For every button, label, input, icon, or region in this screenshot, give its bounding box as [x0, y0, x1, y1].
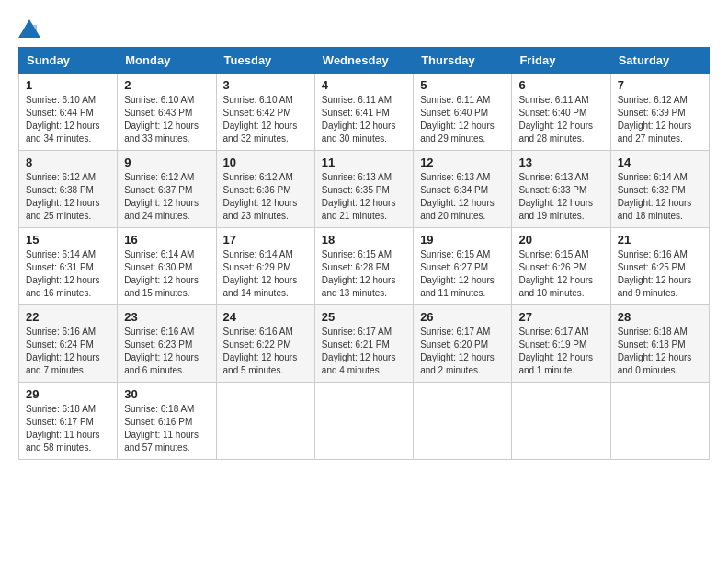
day-info: Sunrise: 6:18 AMSunset: 6:16 PMDaylight:…: [124, 403, 209, 454]
calendar-cell: 5Sunrise: 6:11 AMSunset: 6:40 PMDaylight…: [414, 74, 512, 151]
day-number: 9: [124, 155, 209, 169]
calendar-cell: 6Sunrise: 6:11 AMSunset: 6:40 PMDaylight…: [512, 74, 610, 151]
calendar-cell: 18Sunrise: 6:15 AMSunset: 6:28 PMDayligh…: [314, 228, 413, 305]
day-number: 16: [124, 233, 209, 247]
day-info: Sunrise: 6:13 AMSunset: 6:35 PMDaylight:…: [322, 171, 406, 223]
calendar-cell: 2Sunrise: 6:10 AMSunset: 6:43 PMDaylight…: [118, 74, 216, 151]
day-number: 8: [26, 155, 110, 169]
calendar-cell: 26Sunrise: 6:17 AMSunset: 6:20 PMDayligh…: [414, 305, 512, 383]
svg-marker-1: [26, 25, 37, 38]
calendar-cell: 22Sunrise: 6:16 AMSunset: 6:24 PMDayligh…: [19, 305, 118, 383]
day-info: Sunrise: 6:14 AMSunset: 6:31 PMDaylight:…: [26, 248, 110, 300]
calendar-week-row: 1Sunrise: 6:10 AMSunset: 6:44 PMDaylight…: [19, 74, 710, 151]
calendar-cell: [610, 383, 709, 460]
day-info: Sunrise: 6:15 AMSunset: 6:28 PMDaylight:…: [322, 248, 406, 300]
day-of-week-header: Friday: [512, 48, 610, 74]
calendar-cell: 7Sunrise: 6:12 AMSunset: 6:39 PMDaylight…: [610, 74, 709, 151]
calendar-cell: 20Sunrise: 6:15 AMSunset: 6:26 PMDayligh…: [512, 228, 610, 305]
day-number: 14: [618, 155, 702, 169]
calendar-cell: 24Sunrise: 6:16 AMSunset: 6:22 PMDayligh…: [216, 305, 314, 383]
calendar-cell: 11Sunrise: 6:13 AMSunset: 6:35 PMDayligh…: [314, 151, 413, 228]
day-number: 24: [223, 310, 308, 324]
calendar-week-row: 8Sunrise: 6:12 AMSunset: 6:38 PMDaylight…: [19, 151, 710, 228]
day-info: Sunrise: 6:12 AMSunset: 6:39 PMDaylight:…: [618, 94, 702, 145]
day-info: Sunrise: 6:17 AMSunset: 6:21 PMDaylight:…: [322, 326, 406, 377]
day-info: Sunrise: 6:18 AMSunset: 6:18 PMDaylight:…: [618, 326, 702, 377]
day-number: 18: [322, 233, 406, 247]
day-number: 4: [322, 78, 406, 92]
day-number: 15: [26, 233, 110, 247]
calendar-cell: 27Sunrise: 6:17 AMSunset: 6:19 PMDayligh…: [512, 305, 610, 383]
day-number: 29: [26, 387, 110, 401]
day-number: 28: [618, 310, 702, 324]
day-of-week-header: Sunday: [19, 48, 118, 74]
calendar-cell: 16Sunrise: 6:14 AMSunset: 6:30 PMDayligh…: [118, 228, 216, 305]
calendar-week-row: 22Sunrise: 6:16 AMSunset: 6:24 PMDayligh…: [19, 305, 710, 383]
day-info: Sunrise: 6:16 AMSunset: 6:24 PMDaylight:…: [26, 326, 110, 377]
calendar-cell: 14Sunrise: 6:14 AMSunset: 6:32 PMDayligh…: [610, 151, 709, 228]
calendar-cell: 13Sunrise: 6:13 AMSunset: 6:33 PMDayligh…: [512, 151, 610, 228]
calendar-week-row: 29Sunrise: 6:18 AMSunset: 6:17 PMDayligh…: [19, 383, 710, 460]
day-number: 17: [223, 233, 308, 247]
logo-icon: [18, 19, 40, 38]
day-number: 26: [420, 310, 505, 324]
day-number: 23: [124, 310, 209, 324]
day-number: 3: [223, 78, 308, 92]
day-number: 6: [518, 78, 603, 92]
day-info: Sunrise: 6:14 AMSunset: 6:30 PMDaylight:…: [124, 248, 209, 300]
calendar-cell: [216, 383, 314, 460]
day-number: 22: [26, 310, 110, 324]
calendar-cell: 23Sunrise: 6:16 AMSunset: 6:23 PMDayligh…: [118, 305, 216, 383]
day-info: Sunrise: 6:13 AMSunset: 6:33 PMDaylight:…: [518, 171, 603, 223]
day-number: 19: [420, 233, 505, 247]
calendar-week-row: 15Sunrise: 6:14 AMSunset: 6:31 PMDayligh…: [19, 228, 710, 305]
day-of-week-header: Wednesday: [314, 48, 413, 74]
day-info: Sunrise: 6:10 AMSunset: 6:43 PMDaylight:…: [124, 94, 209, 145]
day-number: 5: [420, 78, 505, 92]
page-header: [18, 18, 710, 38]
calendar-cell: 29Sunrise: 6:18 AMSunset: 6:17 PMDayligh…: [19, 383, 118, 460]
calendar-cell: 10Sunrise: 6:12 AMSunset: 6:36 PMDayligh…: [216, 151, 314, 228]
day-number: 20: [518, 233, 603, 247]
day-info: Sunrise: 6:18 AMSunset: 6:17 PMDaylight:…: [26, 403, 110, 454]
day-info: Sunrise: 6:16 AMSunset: 6:25 PMDaylight:…: [618, 248, 702, 300]
day-info: Sunrise: 6:12 AMSunset: 6:37 PMDaylight:…: [124, 171, 209, 223]
calendar-cell: 21Sunrise: 6:16 AMSunset: 6:25 PMDayligh…: [610, 228, 709, 305]
calendar-cell: [512, 383, 610, 460]
day-of-week-header: Thursday: [414, 48, 512, 74]
day-info: Sunrise: 6:14 AMSunset: 6:29 PMDaylight:…: [223, 248, 308, 300]
day-info: Sunrise: 6:16 AMSunset: 6:23 PMDaylight:…: [124, 326, 209, 377]
calendar-cell: 8Sunrise: 6:12 AMSunset: 6:38 PMDaylight…: [19, 151, 118, 228]
day-info: Sunrise: 6:11 AMSunset: 6:40 PMDaylight:…: [518, 94, 603, 145]
calendar-cell: 28Sunrise: 6:18 AMSunset: 6:18 PMDayligh…: [610, 305, 709, 383]
calendar-cell: 12Sunrise: 6:13 AMSunset: 6:34 PMDayligh…: [414, 151, 512, 228]
day-number: 11: [322, 155, 406, 169]
day-of-week-header: Tuesday: [216, 48, 314, 74]
day-info: Sunrise: 6:16 AMSunset: 6:22 PMDaylight:…: [223, 326, 308, 377]
calendar-cell: 17Sunrise: 6:14 AMSunset: 6:29 PMDayligh…: [216, 228, 314, 305]
day-number: 25: [322, 310, 406, 324]
day-info: Sunrise: 6:10 AMSunset: 6:44 PMDaylight:…: [26, 94, 110, 145]
day-number: 13: [518, 155, 603, 169]
day-number: 12: [420, 155, 505, 169]
day-info: Sunrise: 6:10 AMSunset: 6:42 PMDaylight:…: [223, 94, 308, 145]
calendar-cell: [414, 383, 512, 460]
day-info: Sunrise: 6:17 AMSunset: 6:20 PMDaylight:…: [420, 326, 505, 377]
day-number: 1: [26, 78, 110, 92]
calendar-table: SundayMondayTuesdayWednesdayThursdayFrid…: [18, 47, 710, 460]
calendar-cell: 19Sunrise: 6:15 AMSunset: 6:27 PMDayligh…: [414, 228, 512, 305]
day-info: Sunrise: 6:17 AMSunset: 6:19 PMDaylight:…: [518, 326, 603, 377]
logo: [18, 18, 44, 38]
calendar-cell: 9Sunrise: 6:12 AMSunset: 6:37 PMDaylight…: [118, 151, 216, 228]
day-info: Sunrise: 6:14 AMSunset: 6:32 PMDaylight:…: [618, 171, 702, 223]
day-number: 27: [518, 310, 603, 324]
calendar-cell: 25Sunrise: 6:17 AMSunset: 6:21 PMDayligh…: [314, 305, 413, 383]
day-info: Sunrise: 6:15 AMSunset: 6:27 PMDaylight:…: [420, 248, 505, 300]
day-of-week-header: Saturday: [610, 48, 709, 74]
calendar-cell: 3Sunrise: 6:10 AMSunset: 6:42 PMDaylight…: [216, 74, 314, 151]
calendar-cell: 1Sunrise: 6:10 AMSunset: 6:44 PMDaylight…: [19, 74, 118, 151]
day-number: 30: [124, 387, 209, 401]
calendar-cell: 4Sunrise: 6:11 AMSunset: 6:41 PMDaylight…: [314, 74, 413, 151]
day-info: Sunrise: 6:12 AMSunset: 6:38 PMDaylight:…: [26, 171, 110, 223]
day-of-week-header: Monday: [118, 48, 216, 74]
